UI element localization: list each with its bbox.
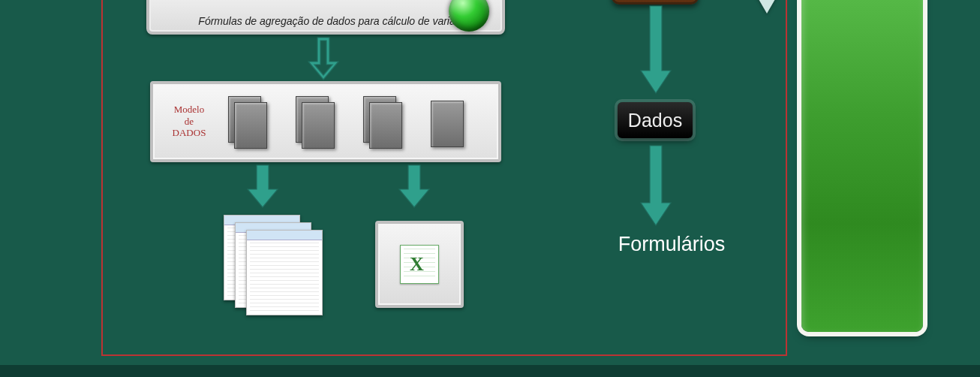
excel-output-panel: X <box>375 221 464 308</box>
right-green-panel <box>801 0 923 332</box>
formulas-caption: Fórmulas de agregação de dados para cálc… <box>194 15 479 27</box>
base-band <box>0 365 980 377</box>
dados-label: Dados <box>618 102 693 138</box>
arrow-down-icon <box>304 36 343 81</box>
triangle-indicator-icon <box>750 0 783 14</box>
arrow-down-icon <box>395 162 434 210</box>
data-model-label: Modelo de DADOS <box>164 104 215 139</box>
formularios-label: Formulários <box>608 233 735 256</box>
model-line3: DADOS <box>173 127 206 138</box>
model-line2: de <box>185 116 194 127</box>
model-line1: Modelo <box>174 104 204 115</box>
arrow-down-icon <box>638 144 674 227</box>
worksheet-output-icon <box>224 215 329 312</box>
excel-icon: X <box>400 245 439 284</box>
arrow-down-icon <box>243 162 282 210</box>
diagram-stage: Fórmulas de agregação de dados para cálc… <box>0 0 980 377</box>
arrow-down-icon <box>638 5 674 95</box>
data-model-panel: Modelo de DADOS <box>150 81 501 162</box>
excel-x-glyph: X <box>410 253 424 276</box>
